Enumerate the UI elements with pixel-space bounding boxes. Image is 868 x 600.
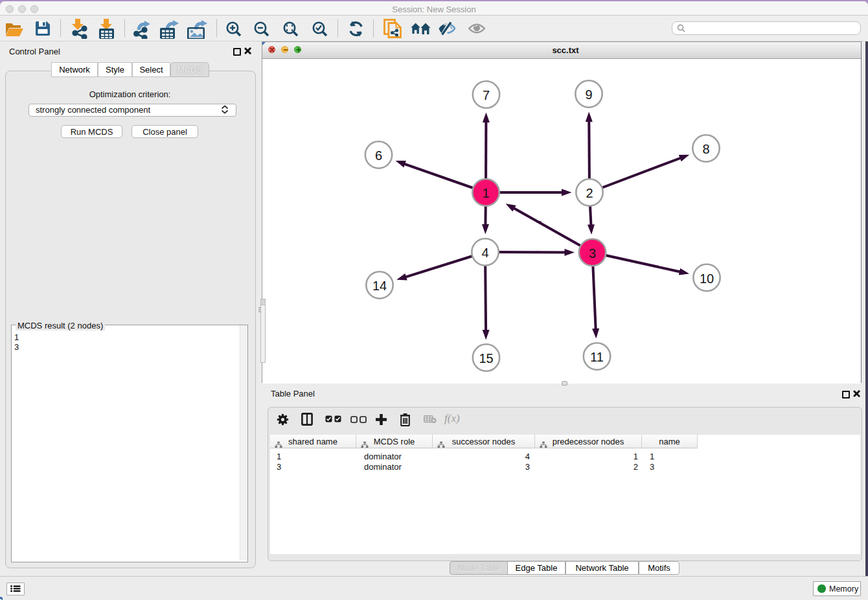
svg-text:3: 3 — [589, 246, 596, 260]
svg-text:14: 14 — [372, 279, 387, 293]
svg-text:7: 7 — [483, 88, 490, 102]
svg-text:6: 6 — [375, 148, 382, 163]
svg-text:9: 9 — [585, 87, 592, 102]
svg-text:15: 15 — [479, 351, 493, 365]
svg-text:8: 8 — [702, 142, 709, 156]
svg-text:11: 11 — [590, 350, 604, 364]
svg-text:10: 10 — [700, 271, 714, 286]
svg-text:4: 4 — [481, 246, 488, 260]
svg-text:2: 2 — [586, 186, 593, 200]
svg-text:1: 1 — [482, 186, 489, 200]
